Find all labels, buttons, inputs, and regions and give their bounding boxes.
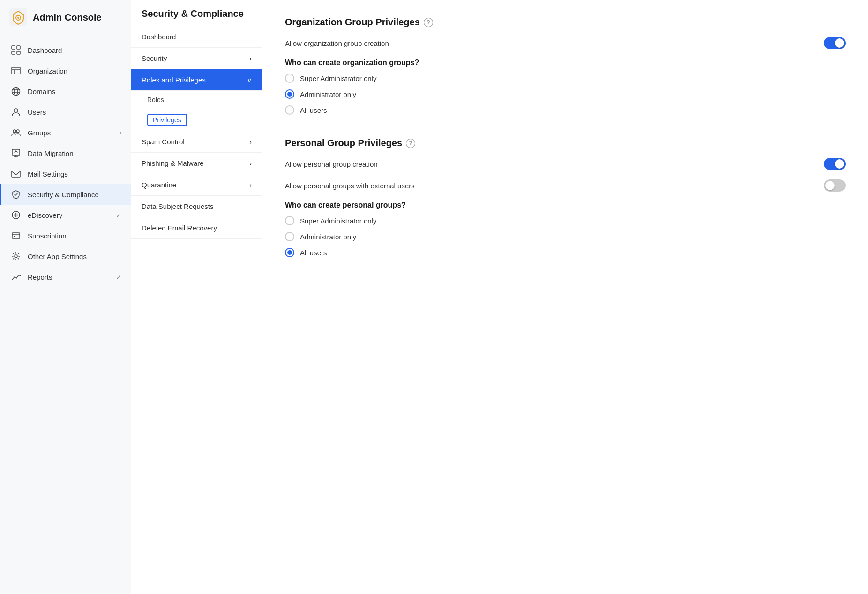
middle-item-phishing-malware[interactable]: Phishing & Malware › xyxy=(131,153,262,174)
sidebar-item-label-groups: Groups xyxy=(28,129,120,137)
sidebar-item-label-users: Users xyxy=(28,108,121,116)
org-radio-admin-only[interactable]: Administrator only xyxy=(285,89,846,99)
domains-icon xyxy=(11,86,21,97)
middle-item-spam-control[interactable]: Spam Control › xyxy=(131,131,262,153)
svg-point-16 xyxy=(16,130,19,133)
sidebar-item-subscription[interactable]: Subscription xyxy=(0,225,131,246)
roles-privileges-submenu: Roles Privileges xyxy=(131,91,262,131)
sidebar-item-label-mail-settings: Mail Settings xyxy=(28,170,121,178)
org-toggle-thumb xyxy=(835,38,844,48)
sidebar-nav: Dashboard Organization xyxy=(0,35,131,292)
personal-radio-super-admin-circle xyxy=(285,216,294,225)
roles-privileges-arrow-icon: ∨ xyxy=(247,76,252,84)
personal-allow-external-toggle[interactable] xyxy=(824,179,846,192)
personal-external-toggle-track xyxy=(824,179,846,192)
org-help-icon[interactable]: ? xyxy=(424,18,433,27)
middle-item-label-spam-control: Spam Control xyxy=(142,138,249,146)
middle-item-security[interactable]: Security › xyxy=(131,48,262,69)
security-arrow-icon: › xyxy=(249,55,252,62)
svg-point-2 xyxy=(17,17,19,19)
org-radio-super-admin[interactable]: Super Administrator only xyxy=(285,74,846,83)
reports-icon xyxy=(11,272,21,282)
personal-who-question: Who can create personal groups? xyxy=(285,201,846,209)
middle-sub-item-roles[interactable]: Roles xyxy=(131,91,262,109)
sidebar-item-users[interactable]: Users xyxy=(0,102,131,122)
sidebar-item-organization[interactable]: Organization xyxy=(0,60,131,81)
sidebar-item-label-reports: Reports xyxy=(28,273,116,281)
sub-label-privileges: Privileges xyxy=(147,114,187,126)
middle-item-quarantine[interactable]: Quarantine › xyxy=(131,174,262,196)
personal-allow-external-label: Allow personal groups with external user… xyxy=(285,182,415,190)
reports-ext-icon: ⤢ xyxy=(116,274,121,281)
personal-allow-creation-toggle[interactable] xyxy=(824,158,846,170)
org-section-title: Organization Group Privileges ? xyxy=(285,17,846,28)
groups-arrow-icon: › xyxy=(120,129,121,136)
settings-icon xyxy=(11,251,21,261)
middle-item-label-security: Security xyxy=(142,54,249,62)
sidebar-item-reports[interactable]: Reports ⤢ xyxy=(0,267,131,287)
sidebar-item-other-app-settings[interactable]: Other App Settings xyxy=(0,246,131,267)
org-radio-group: Super Administrator only Administrator o… xyxy=(285,74,846,115)
personal-radio-all-users-circle xyxy=(285,248,294,257)
personal-radio-all-users-inner xyxy=(287,250,292,255)
phishing-malware-arrow-icon: › xyxy=(249,160,252,167)
svg-rect-22 xyxy=(14,236,15,237)
personal-radio-admin-only[interactable]: Administrator only xyxy=(285,232,846,241)
middle-sub-item-privileges[interactable]: Privileges xyxy=(131,109,262,131)
middle-nav: Dashboard Security › Roles and Privilege… xyxy=(131,26,262,239)
middle-item-data-subject-requests[interactable]: Data Subject Requests xyxy=(131,196,262,217)
sidebar-item-data-migration[interactable]: Data Migration xyxy=(0,143,131,163)
personal-radio-all-users[interactable]: All users xyxy=(285,248,846,257)
personal-help-icon[interactable]: ? xyxy=(406,139,415,148)
personal-radio-admin-only-circle xyxy=(285,232,294,241)
sidebar-item-ediscovery[interactable]: eDiscovery ⤢ xyxy=(0,205,131,225)
sidebar-item-groups[interactable]: Groups › xyxy=(0,122,131,143)
sidebar-item-label-dashboard: Dashboard xyxy=(28,46,121,54)
logo-icon xyxy=(9,8,27,26)
personal-allow-creation-label: Allow personal group creation xyxy=(285,160,378,168)
ediscovery-icon xyxy=(11,210,21,220)
org-radio-all-users-circle xyxy=(285,105,294,115)
org-radio-all-users-label: All users xyxy=(300,106,327,114)
personal-radio-super-admin-label: Super Administrator only xyxy=(300,217,376,225)
sidebar-item-security-compliance[interactable]: Security & Compliance xyxy=(0,184,131,205)
middle-item-label-phishing-malware: Phishing & Malware xyxy=(142,159,249,167)
svg-rect-5 xyxy=(12,51,15,54)
sidebar-item-label-subscription: Subscription xyxy=(28,232,121,240)
org-allow-creation-row: Allow organization group creation xyxy=(285,37,846,49)
sidebar-header: Admin Console xyxy=(0,0,131,35)
middle-item-label-deleted-email-recovery: Deleted Email Recovery xyxy=(142,224,252,232)
sidebar-item-label-organization: Organization xyxy=(28,67,121,75)
sidebar-item-mail-settings[interactable]: Mail Settings xyxy=(0,163,131,184)
org-radio-super-admin-label: Super Administrator only xyxy=(300,74,376,82)
sidebar-title: Admin Console xyxy=(33,12,102,23)
organization-icon xyxy=(11,66,21,76)
org-radio-super-admin-circle xyxy=(285,74,294,83)
middle-item-dashboard[interactable]: Dashboard xyxy=(131,26,262,48)
svg-rect-7 xyxy=(12,67,20,74)
middle-item-deleted-email-recovery[interactable]: Deleted Email Recovery xyxy=(131,217,262,239)
personal-radio-admin-only-label: Administrator only xyxy=(300,233,356,241)
personal-allow-creation-row: Allow personal group creation xyxy=(285,158,846,170)
middle-item-label-data-subject-requests: Data Subject Requests xyxy=(142,202,252,210)
personal-section-title-text: Personal Group Privileges xyxy=(285,138,402,148)
personal-radio-super-admin[interactable]: Super Administrator only xyxy=(285,216,846,225)
sidebar-item-domains[interactable]: Domains xyxy=(0,81,131,102)
sidebar-item-label-data-migration: Data Migration xyxy=(28,149,121,157)
groups-icon xyxy=(11,127,21,138)
middle-panel-title: Security & Compliance xyxy=(131,0,262,26)
svg-rect-17 xyxy=(12,149,20,155)
quarantine-arrow-icon: › xyxy=(249,181,252,189)
sidebar-item-dashboard[interactable]: Dashboard xyxy=(0,40,131,60)
svg-point-15 xyxy=(13,130,16,133)
middle-item-roles-privileges[interactable]: Roles and Privileges ∨ xyxy=(131,69,262,91)
org-allow-creation-toggle[interactable] xyxy=(824,37,846,49)
personal-section-title: Personal Group Privileges ? xyxy=(285,138,846,148)
org-radio-all-users[interactable]: All users xyxy=(285,105,846,115)
svg-point-23 xyxy=(15,255,17,258)
org-section-title-text: Organization Group Privileges xyxy=(285,17,420,28)
middle-item-label-roles-privileges: Roles and Privileges xyxy=(142,76,247,84)
personal-toggle-thumb xyxy=(835,159,844,169)
org-radio-admin-only-circle xyxy=(285,89,294,99)
svg-rect-21 xyxy=(12,233,20,238)
